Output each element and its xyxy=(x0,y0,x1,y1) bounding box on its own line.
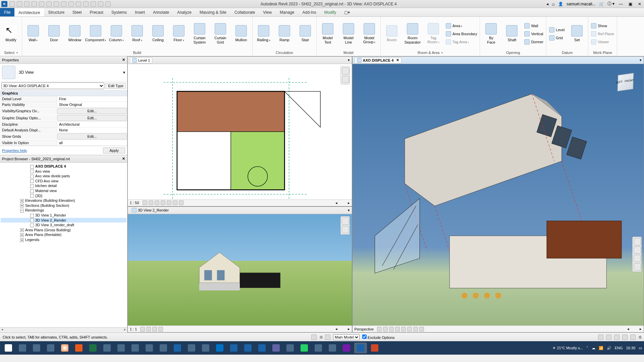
project-browser[interactable]: AXO DISPLACE 4 Axo view Axo view divide … xyxy=(0,163,127,327)
revit-button[interactable] xyxy=(256,343,268,353)
opening-wall-button[interactable]: Wall xyxy=(523,22,545,29)
sb-icon[interactable] xyxy=(606,335,611,340)
pan-icon[interactable] xyxy=(634,246,641,254)
align-icon[interactable] xyxy=(61,1,66,7)
tree-3d[interactable]: {3D} xyxy=(1,193,126,198)
zoom-icon[interactable] xyxy=(634,255,641,262)
cart-icon[interactable]: 🛒 xyxy=(599,2,604,6)
column-button[interactable]: Column xyxy=(107,21,126,47)
property-row[interactable]: Show GridsEdit... xyxy=(0,133,127,140)
vc-crop-icon[interactable] xyxy=(167,200,171,205)
print-icon[interactable] xyxy=(46,1,52,7)
vc-detail-icon[interactable] xyxy=(143,200,147,205)
app-button[interactable] xyxy=(143,343,156,353)
vp-axo-expand[interactable]: ▾ xyxy=(640,58,642,62)
shaft-button[interactable]: Shaft xyxy=(502,21,522,47)
panel-label-select[interactable]: Select xyxy=(1,50,20,55)
tree-material[interactable]: Material view xyxy=(1,188,126,193)
tree-renderings[interactable]: −Renderings xyxy=(1,208,126,213)
vc-icon[interactable] xyxy=(152,327,157,331)
taskview-button[interactable] xyxy=(30,343,43,353)
door-button[interactable]: Door xyxy=(44,21,64,47)
browser-close[interactable]: ✕ xyxy=(122,157,125,161)
powerpoint-button[interactable] xyxy=(368,343,381,353)
property-value[interactable]: Fine xyxy=(57,96,127,102)
close-hidden-icon[interactable] xyxy=(98,1,103,7)
model-text-button[interactable]: Model Text xyxy=(318,21,337,47)
floor-button[interactable]: Floor xyxy=(169,21,189,47)
wifi-icon[interactable]: 📶 xyxy=(599,346,603,350)
area-boundary-button[interactable]: Area Boundary xyxy=(444,30,478,38)
switch-windows-icon[interactable] xyxy=(105,1,111,7)
tab-massing[interactable]: Massing & Site xyxy=(196,8,230,16)
room-button[interactable]: Room xyxy=(382,21,401,47)
room-separator-button[interactable]: Room Separator xyxy=(403,21,422,47)
app-icon[interactable]: R xyxy=(1,1,7,7)
sb-icon[interactable] xyxy=(614,335,620,340)
by-face-button[interactable]: By Face xyxy=(481,21,501,47)
sb-icon[interactable] xyxy=(598,335,603,340)
sb-filter-icon[interactable] xyxy=(630,335,636,340)
tab-view[interactable]: View xyxy=(259,8,276,16)
thin-lines-icon[interactable] xyxy=(91,1,96,7)
open-icon[interactable] xyxy=(9,1,15,7)
nav-bar-axo[interactable] xyxy=(632,237,642,272)
user-icon[interactable]: 👤 xyxy=(558,2,563,6)
curtain-grid-button[interactable]: Curtain Grid xyxy=(211,21,230,47)
undo-icon[interactable] xyxy=(32,1,37,7)
sb-model-icon[interactable] xyxy=(325,335,330,340)
tab-architecture[interactable]: Architecture xyxy=(14,8,44,16)
tag-area-button[interactable]: Tag Area xyxy=(444,38,478,46)
apply-button[interactable]: Apply xyxy=(103,147,125,154)
exclude-checkbox[interactable] xyxy=(362,335,367,339)
component-button[interactable]: Component xyxy=(86,21,105,47)
property-value[interactable]: Architectural xyxy=(57,122,127,127)
tab-manage[interactable]: Manage xyxy=(276,8,298,16)
clock[interactable]: 16:30 xyxy=(626,346,635,350)
tree-elevations[interactable]: +Elevations (Building Elevation) xyxy=(1,198,126,203)
app-button[interactable] xyxy=(157,343,170,353)
tab-file[interactable]: File xyxy=(0,8,14,16)
vp-render-tab[interactable]: 3D View 2_Render ▾ xyxy=(128,207,352,214)
outlook-button[interactable] xyxy=(213,343,226,353)
keyboard-icon[interactable]: ⌂ xyxy=(552,1,554,7)
model-line-button[interactable]: Model Line xyxy=(339,21,358,47)
vp-level1-expand[interactable]: ▾ xyxy=(348,58,350,62)
tab-addins[interactable]: Add-Ins xyxy=(298,8,320,16)
orbit-icon[interactable] xyxy=(634,263,641,270)
property-row[interactable]: Graphic Display Optio...Edit... xyxy=(0,115,127,122)
tab-analyze[interactable]: Analyze xyxy=(173,8,196,16)
vc-icon[interactable] xyxy=(377,327,382,331)
tab-modify[interactable]: Modify xyxy=(320,8,340,16)
model-group-button[interactable]: Model Group xyxy=(360,21,379,47)
tray-chevron[interactable]: ˄ xyxy=(586,346,588,350)
vp-axo-canvas[interactable]: LEFT FRONT xyxy=(353,64,644,325)
nav-bar-level1[interactable] xyxy=(340,66,350,84)
app-button[interactable] xyxy=(199,343,212,353)
property-row[interactable]: Default Analysis Displ...None xyxy=(0,127,127,133)
tree-kitchen[interactable]: kitchen detail xyxy=(1,183,126,188)
vc-icon[interactable] xyxy=(401,327,406,331)
app-button[interactable] xyxy=(284,343,297,353)
measure-icon[interactable] xyxy=(54,1,59,7)
opening-vertical-button[interactable]: Vertical xyxy=(523,30,545,38)
area-button[interactable]: Area xyxy=(444,22,478,29)
sb-icon[interactable] xyxy=(622,335,628,340)
tab-insert[interactable]: Insert xyxy=(131,8,149,16)
tree-sections[interactable]: +Sections (Building Section) xyxy=(1,203,126,208)
properties-close[interactable]: ✕ xyxy=(122,58,125,62)
tree-axo4[interactable]: AXO DISPLACE 4 xyxy=(1,164,126,169)
vp-level1-hscroll[interactable]: ◂ ▸ xyxy=(187,201,350,205)
start-button[interactable] xyxy=(2,343,15,353)
sync-icon[interactable] xyxy=(24,1,30,7)
volume-icon[interactable]: 🔊 xyxy=(607,346,611,350)
set-button[interactable]: Set xyxy=(567,21,587,47)
instance-selector[interactable]: 3D View: AXO DISPLACE 4 xyxy=(1,82,104,89)
section-icon[interactable] xyxy=(83,1,89,7)
ceiling-button[interactable]: Ceiling xyxy=(148,21,168,47)
pan-icon[interactable] xyxy=(342,226,349,233)
tree-r3[interactable]: 3D View 3_render_draft xyxy=(1,223,126,228)
minimize-button[interactable]: — xyxy=(618,1,624,7)
vc-shadow-icon[interactable] xyxy=(161,200,165,205)
vp-level1-tab[interactable]: Level 1 ▾ xyxy=(128,57,352,64)
